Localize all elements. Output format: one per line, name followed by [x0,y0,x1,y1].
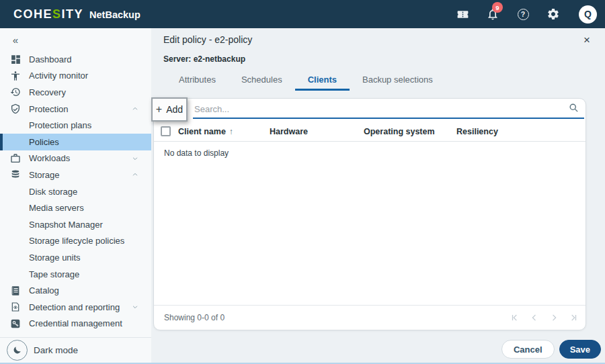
sidebar-footer-divider [0,337,151,338]
brand-logo: COHESITY NetBackup [13,7,140,21]
sidebar-item-disk-storage[interactable]: Disk storage [0,183,151,200]
tab-bar: Attributes Schedules Clients Backup sele… [166,70,446,91]
column-client-name[interactable]: Client name ↑ [178,127,270,136]
chevron-up-icon[interactable] [132,171,138,178]
sidebar-item-media-servers[interactable]: Media servers [0,199,151,216]
next-page-icon[interactable] [549,312,559,323]
first-page-icon[interactable] [510,312,520,323]
chevron-down-icon[interactable] [132,155,138,162]
credential-key-icon [9,318,22,330]
sidebar-item-label: Recovery [29,87,66,97]
column-label: Client name [178,127,226,136]
license-ticket-icon[interactable] [455,7,470,21]
product-name: NetBackup [89,9,140,20]
tab-clients[interactable]: Clients [295,70,350,91]
save-button[interactable]: Save [559,340,601,359]
sidebar-item-label: Credential management [29,318,122,328]
sidebar-item-storage-units[interactable]: Storage units [0,249,151,266]
sidebar-item-storage[interactable]: Storage [0,167,151,183]
sidebar-item-catalog[interactable]: Catalog [0,282,151,299]
sidebar-item-label: Tape storage [29,269,79,279]
tab-attributes[interactable]: Attributes [166,70,229,91]
empty-table-message: No data to display [154,142,586,158]
moon-icon [7,340,28,361]
sidebar-item-credential-management[interactable]: Credential management [0,316,151,332]
notification-count-badge: 9 [492,2,503,13]
brand-text: COHE [13,7,52,21]
sidebar-nav: Dashboard Activity monitor Recovery Prot… [0,51,151,332]
sidebar-item-policies[interactable]: Policies [0,134,151,150]
clients-table-card: + Add Client name ↑ Hardware [153,98,586,330]
sidebar-item-activity-monitor[interactable]: Activity monitor [0,68,151,85]
report-document-eye-icon [9,301,22,313]
search-input[interactable] [193,101,584,119]
add-button[interactable]: + Add [151,97,188,122]
sidebar-item-label: Storage [29,170,60,180]
sidebar-item-label: Detection and reporting [29,302,120,312]
pagination-controls [510,312,579,323]
sidebar-item-tape-storage[interactable]: Tape storage [0,266,151,283]
notifications-bell-icon[interactable]: 9 [485,7,500,21]
dashboard-icon [9,53,22,65]
sidebar-collapse-icon[interactable]: « [8,32,23,47]
sidebar: « Dashboard Activity monitor Recovery [0,28,151,364]
page-title: Edit policy - e2-policy [163,34,252,45]
sidebar-item-protection-plans[interactable]: Protection plans [0,117,151,134]
select-all-cell [154,126,178,136]
sidebar-item-label: Policies [29,137,59,147]
add-button-label: Add [166,104,183,115]
topbar-actions: 9 ? Q [455,5,597,24]
table-header-row: Client name ↑ Hardware Operating system … [154,122,586,142]
tab-backup-selections[interactable]: Backup selections [350,70,446,91]
brand-text-end: ITY [62,7,84,21]
sidebar-item-label: Protection [29,104,69,114]
help-icon[interactable]: ? [516,7,530,21]
column-hardware[interactable]: Hardware [270,127,364,136]
sidebar-item-label: Storage lifecycle policies [29,236,124,246]
sidebar-item-dashboard[interactable]: Dashboard [0,51,151,68]
column-resiliency[interactable]: Resiliency [456,127,586,136]
sidebar-item-workloads[interactable]: Workloads [0,150,151,167]
table-footer: Showing 0-0 of 0 [154,305,586,330]
sidebar-item-snapshot-manager[interactable]: Snapshot Manager [0,216,151,233]
chevron-up-icon[interactable] [132,105,138,112]
close-icon[interactable]: × [581,34,593,46]
sidebar-item-label: Protection plans [29,120,91,130]
plus-icon: + [156,103,162,116]
last-page-icon[interactable] [568,312,579,323]
workloads-briefcase-icon [9,152,22,165]
sidebar-item-label: Storage units [29,253,81,263]
sidebar-item-label: Disk storage [29,187,77,197]
sidebar-item-storage-lifecycle-policies[interactable]: Storage lifecycle policies [0,233,151,250]
recovery-restore-icon [9,86,22,98]
server-label: Server: e2-netbackup [163,54,245,64]
storage-database-icon [9,169,22,181]
previous-page-icon[interactable] [529,312,540,323]
cohesity-logo: COHESITY [13,7,83,21]
tab-schedules[interactable]: Schedules [229,70,295,91]
dark-mode-label: Dark mode [34,345,78,355]
panel-actions: Cancel Save [501,340,601,359]
table-toolbar: + Add [154,99,586,122]
sidebar-item-recovery[interactable]: Recovery [0,84,151,101]
sidebar-item-label: Snapshot Manager [29,220,103,230]
settings-gear-icon[interactable] [546,7,561,21]
sidebar-item-label: Dashboard [29,54,72,64]
protection-shield-icon [9,103,22,115]
top-bar: COHESITY NetBackup 9 ? [0,0,605,28]
chevron-down-icon[interactable] [132,304,138,310]
dark-mode-toggle[interactable]: Dark mode [7,340,78,361]
sort-ascending-icon: ↑ [229,127,233,136]
app-window: COHESITY NetBackup 9 ? [0,0,605,364]
sidebar-item-label: Workloads [29,153,70,163]
user-avatar[interactable]: Q [579,5,597,24]
brand-green-s: S [52,7,62,21]
search-icon[interactable] [569,103,579,116]
help-question-mark: ? [518,9,529,20]
edit-policy-panel: Edit policy - e2-policy × Server: e2-net… [151,28,605,364]
select-all-checkbox[interactable] [161,126,171,136]
cancel-button[interactable]: Cancel [501,340,555,359]
sidebar-item-detection-and-reporting[interactable]: Detection and reporting [0,299,151,316]
sidebar-item-protection[interactable]: Protection [0,101,151,118]
column-operating-system[interactable]: Operating system [364,127,456,136]
